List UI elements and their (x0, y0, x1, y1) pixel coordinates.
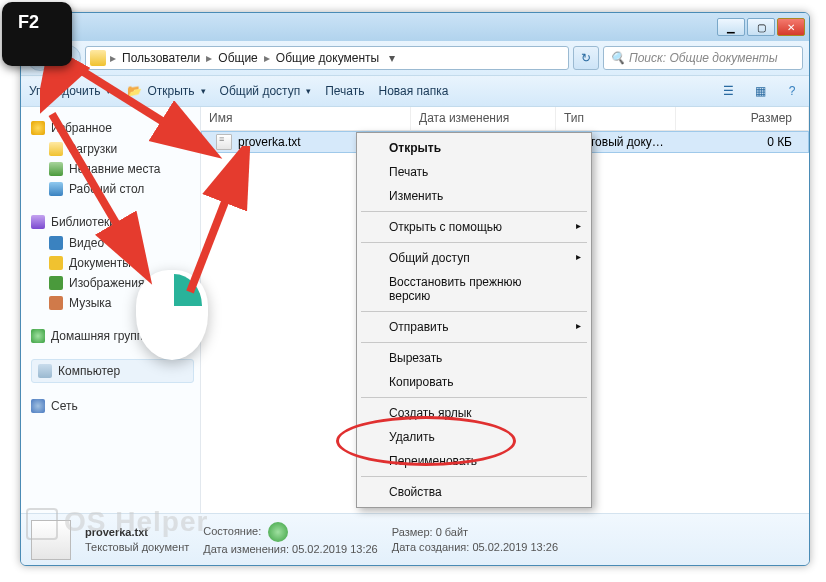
address-bar-row: ◄ ► ▸ Пользователи ▸ Общие ▸ Общие докум… (21, 41, 809, 75)
sidebar-item-desktop[interactable]: Рабочий стол (27, 179, 194, 199)
column-name[interactable]: Имя (201, 107, 411, 130)
new-folder-button[interactable]: Новая папка (379, 84, 449, 98)
ctx-restore-version[interactable]: Восстановить прежнюю версию (359, 270, 589, 308)
column-date[interactable]: Дата изменения (411, 107, 556, 130)
column-headers: Имя Дата изменения Тип Размер (201, 107, 809, 131)
sidebar-item-video[interactable]: Видео (27, 233, 194, 253)
details-mtime-label: Дата изменения: (203, 543, 289, 555)
sidebar-favorites[interactable]: Избранное (31, 121, 194, 135)
breadcrumb-item[interactable]: Пользователи (120, 51, 202, 65)
open-icon: 📂 (125, 82, 143, 100)
ctx-rename[interactable]: Переименовать (359, 449, 589, 473)
close-button[interactable]: ✕ (777, 18, 805, 36)
preview-pane-button[interactable]: ▦ (751, 82, 769, 100)
folder-icon (90, 50, 106, 66)
image-icon (49, 276, 63, 290)
ctx-open[interactable]: Открыть (359, 136, 589, 160)
titlebar: ▁ ▢ ✕ (21, 13, 809, 41)
desktop-icon (49, 182, 63, 196)
search-icon: 🔍 (610, 51, 625, 65)
recent-icon (49, 162, 63, 176)
chevron-right-icon: ▸ (264, 51, 270, 65)
share-button[interactable]: Общий доступ (220, 84, 312, 98)
sidebar-libraries[interactable]: Библиотеки (31, 215, 194, 229)
details-size: 0 байт (436, 526, 469, 538)
sidebar-item-downloads[interactable]: Загрузки (27, 139, 194, 159)
sidebar-item-recent[interactable]: Недавние места (27, 159, 194, 179)
text-file-icon (216, 134, 232, 150)
details-filetype: Текстовый документ (85, 541, 189, 553)
details-size-label: Размер: (392, 526, 433, 538)
organize-button[interactable]: Упорядочить (29, 84, 111, 98)
toolbar: Упорядочить 📂 Открыть Общий доступ Печат… (21, 75, 809, 107)
watermark: OS Helper (26, 506, 208, 540)
column-size[interactable]: Размер (676, 107, 809, 130)
context-menu: Открыть Печать Изменить Открыть с помощь… (356, 132, 592, 508)
chevron-right-icon: ▸ (110, 51, 116, 65)
print-button[interactable]: Печать (325, 84, 364, 98)
library-icon (31, 215, 45, 229)
file-name: proverka.txt (238, 135, 301, 149)
computer-icon (38, 364, 52, 378)
doc-icon (49, 256, 63, 270)
ctx-properties[interactable]: Свойства (359, 480, 589, 504)
details-mtime: 05.02.2019 13:26 (292, 543, 378, 555)
minimize-button[interactable]: ▁ (717, 18, 745, 36)
homegroup-icon (31, 329, 45, 343)
search-input[interactable]: 🔍 Поиск: Общие документы (603, 46, 803, 70)
details-ctime: 05.02.2019 13:26 (472, 541, 558, 553)
keycap-f2: F2 (2, 2, 72, 66)
watermark-icon (26, 508, 58, 540)
file-size: 0 КБ (677, 135, 808, 149)
open-button[interactable]: 📂 Открыть (125, 82, 205, 100)
ctx-edit[interactable]: Изменить (359, 184, 589, 208)
breadcrumb-item[interactable]: Общие (216, 51, 259, 65)
refresh-button[interactable]: ↻ (573, 46, 599, 70)
mouse-illustration (136, 270, 208, 360)
star-icon (31, 121, 45, 135)
video-icon (49, 236, 63, 250)
music-icon (49, 296, 63, 310)
folder-icon (49, 142, 63, 156)
ctx-share[interactable]: Общий доступ (359, 246, 589, 270)
breadcrumb[interactable]: ▸ Пользователи ▸ Общие ▸ Общие документы… (85, 46, 569, 70)
sidebar-computer[interactable]: Компьютер (31, 359, 194, 383)
details-state-label: Состояние: (203, 525, 261, 537)
shared-state-icon (268, 522, 288, 542)
chevron-right-icon: ▸ (206, 51, 212, 65)
breadcrumb-dropdown[interactable]: ▾ (385, 51, 399, 65)
breadcrumb-item[interactable]: Общие документы (274, 51, 381, 65)
details-ctime-label: Дата создания: (392, 541, 470, 553)
ctx-cut[interactable]: Вырезать (359, 346, 589, 370)
sidebar-network[interactable]: Сеть (31, 399, 194, 413)
maximize-button[interactable]: ▢ (747, 18, 775, 36)
ctx-print[interactable]: Печать (359, 160, 589, 184)
ctx-copy[interactable]: Копировать (359, 370, 589, 394)
ctx-delete[interactable]: Удалить (359, 425, 589, 449)
ctx-send-to[interactable]: Отправить (359, 315, 589, 339)
ctx-create-shortcut[interactable]: Создать ярлык (359, 401, 589, 425)
ctx-open-with[interactable]: Открыть с помощью (359, 215, 589, 239)
network-icon (31, 399, 45, 413)
help-button[interactable]: ? (783, 82, 801, 100)
column-type[interactable]: Тип (556, 107, 676, 130)
view-button[interactable]: ☰ (719, 82, 737, 100)
search-placeholder: Поиск: Общие документы (629, 51, 778, 65)
